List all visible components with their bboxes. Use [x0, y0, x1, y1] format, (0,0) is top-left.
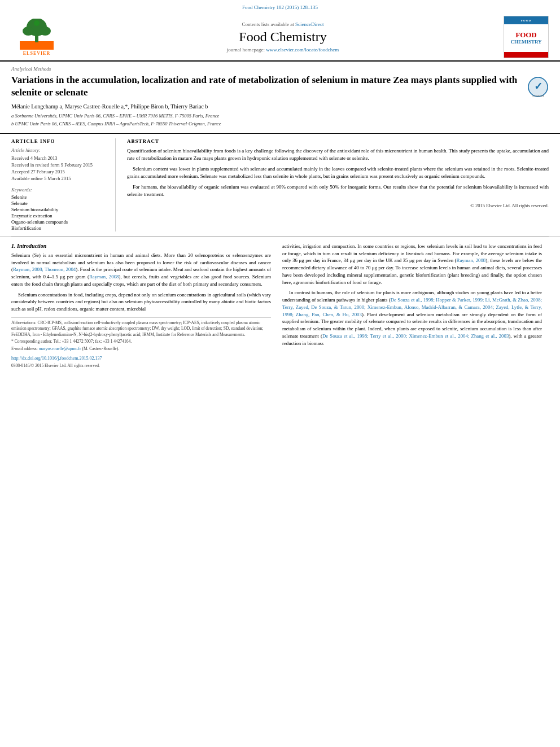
logo-middle: FOOD CHEMISTRY: [509, 24, 543, 52]
elsevier-wordmark: ELSEVIER: [23, 51, 50, 56]
keywords-label: Keywords:: [11, 187, 108, 193]
sciencedirect-link[interactable]: ScienceDirect: [295, 21, 323, 27]
page: Food Chemistry 182 (2015) 128–135 ELSEVI…: [0, 0, 560, 747]
email-note: E-mail address: maryse.rouelle@upmc.fr (…: [11, 346, 271, 352]
logo-top-bar: FOOD: [504, 16, 548, 24]
svg-text:CrossMark: CrossMark: [532, 94, 545, 97]
logo-bottom-bar: [504, 52, 548, 58]
logo-chemistry-text: CHEMISTRY: [510, 40, 541, 45]
body-section: 1. Introduction Selenium (Se) is an esse…: [0, 237, 560, 374]
keywords-section: Keywords: Selenite Selenate Selenium bio…: [11, 187, 108, 231]
journal-homepage: journal homepage: www.elsevier.com/locat…: [68, 47, 498, 53]
article-header-section: Analytical Methods Variations in the acc…: [0, 62, 560, 134]
journal-title: Food Chemistry: [68, 29, 498, 45]
logo-top-text: FOOD: [521, 19, 531, 22]
corresponding-note: * Corresponding author. Tel.: +33 1 4427…: [11, 339, 271, 345]
svg-point-3: [23, 27, 34, 36]
email-note-text: (M. Castrec-Rouelle).: [82, 346, 119, 351]
svg-text:✓: ✓: [534, 81, 542, 92]
body-right-col: activities, irrigation and compaction. I…: [282, 243, 542, 369]
right-para-1: activities, irrigation and compaction. I…: [282, 243, 542, 286]
article-info-heading: ARTICLE INFO: [11, 138, 108, 144]
email-label: E-mail address:: [11, 346, 38, 351]
intro-body-text: Selenium (Se) is an essential micronutri…: [11, 252, 271, 313]
abstract-copyright: © 2015 Elsevier Ltd. All rights reserved…: [127, 203, 549, 208]
crossmark-icon: ✓ CrossMark: [527, 76, 549, 98]
svg-rect-0: [20, 41, 54, 50]
ref-desouza2: De Souza et al., 1998; Terry et al., 200…: [322, 333, 509, 339]
journal-title-area: Contents lists available at ScienceDirec…: [62, 21, 504, 53]
svg-point-5: [34, 20, 40, 26]
keyword-4: Enzymatic extraction: [11, 213, 108, 219]
intro-para-1: Selenium (Se) is an essential micronutri…: [11, 252, 271, 288]
abstract-body: Quantification of selenium bioavailabili…: [127, 147, 549, 198]
body-left-col: 1. Introduction Selenium (Se) is an esse…: [11, 243, 271, 369]
sciencedirect-line: Contents lists available at ScienceDirec…: [68, 21, 498, 27]
email-address[interactable]: maryse.rouelle@upmc.fr: [39, 346, 81, 351]
food-chemistry-logo-box: FOOD FOOD CHEMISTRY: [504, 16, 549, 58]
affiliations: a Sorbonne Universités, UPMC Univ Paris …: [11, 113, 549, 128]
keyword-5: Organo-selenium compounds: [11, 219, 108, 225]
right-col-text: activities, irrigation and compaction. I…: [282, 243, 542, 347]
article-section-label: Analytical Methods: [11, 66, 549, 72]
affil-a: a Sorbonne Universités, UPMC Univ Paris …: [11, 113, 549, 120]
article-info-abstract: ARTICLE INFO Article history: Received 4…: [0, 134, 560, 237]
article-history-label: Article history:: [11, 147, 108, 153]
footnotes-section: Abbreviations: CRC-ICP-MS, collision/rea…: [11, 317, 271, 369]
homepage-link[interactable]: www.elsevier.com/locate/foodchem: [266, 47, 339, 53]
issn-line: 0308-8146/© 2015 Elsevier Ltd. All right…: [11, 363, 271, 369]
right-para-2: In contrast to humans, the role of selen…: [282, 289, 542, 347]
available-date: Available online 5 March 2015: [11, 176, 108, 181]
ref-rayman2008: Rayman, 2008; Thomson, 2004: [13, 267, 76, 272]
abstract-para-2: Selenium content was lower in plants sup…: [127, 165, 549, 180]
journal-header: Food Chemistry 182 (2015) 128–135 ELSEVI…: [0, 0, 560, 62]
abstract-col: ABSTRACT Quantification of selenium bioa…: [127, 138, 549, 231]
ref-rayman-sweden: Rayman, 2008: [457, 257, 486, 263]
article-info-col: ARTICLE INFO Article history: Received 4…: [11, 138, 116, 231]
doi-line[interactable]: http://dx.doi.org/10.1016/j.foodchem.201…: [11, 355, 271, 361]
ref-rayman2008b: Rayman, 2008: [89, 274, 119, 279]
journal-reference: Food Chemistry 182 (2015) 128–135: [11, 5, 549, 10]
svg-point-4: [40, 27, 51, 36]
keyword-3: Selenium bioavailability: [11, 207, 108, 212]
article-title: Variations in the accumulation, localiza…: [11, 74, 527, 99]
logo-food-text: FOOD: [515, 31, 537, 39]
abstract-heading: ABSTRACT: [127, 138, 549, 144]
ref-desouza: De Souza et al., 1998; Hopper & Parker, …: [282, 297, 542, 317]
abbreviations-note: Abbreviations: CRC-ICP-MS, collision/rea…: [11, 320, 271, 338]
received-revised-date: Received in revised form 9 February 2015: [11, 162, 108, 168]
received-date: Received 4 March 2013: [11, 155, 108, 161]
affil-b: b UPMC Univ Paris 06, CNRS – iEES, Campu…: [11, 121, 549, 128]
abstract-para-3: For humans, the bioavailability of organ…: [127, 184, 549, 198]
abstract-para-1: Quantification of selenium bioavailabili…: [127, 147, 549, 162]
authors-line: Mélanie Longchamp a, Maryse Castrec-Roue…: [11, 103, 549, 110]
keyword-1: Selenite: [11, 194, 108, 200]
intro-section-title: 1. Introduction: [11, 243, 271, 249]
keyword-2: Selenate: [11, 200, 108, 206]
accepted-date: Accepted 27 February 2015: [11, 169, 108, 174]
keyword-6: Biofortification: [11, 225, 108, 231]
intro-para-2: Selenium concentrations in food, includi…: [11, 291, 271, 313]
elsevier-logo: ELSEVIER: [11, 19, 62, 56]
